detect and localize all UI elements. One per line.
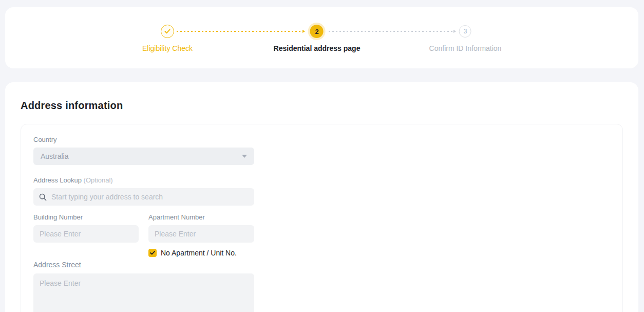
checkbox-checked-icon [148, 249, 157, 257]
address-lookup-field [33, 188, 254, 206]
page-title: Address information [21, 100, 623, 112]
step-label-residential-address: Residential address page [274, 44, 361, 52]
building-number-input[interactable] [33, 225, 139, 243]
step-number-badge: 2 [310, 25, 324, 38]
chevron-down-icon [242, 155, 247, 158]
address-form-panel: Country Australia Address Lookup (Option… [21, 124, 623, 312]
address-lookup-label: Address Lookup (Optional) [33, 176, 610, 184]
step-complete-circle [161, 25, 174, 38]
step-eligibility-check[interactable]: Eligibility Check [142, 23, 193, 52]
country-select[interactable]: Australia [33, 148, 254, 165]
step-number-badge: 3 [459, 25, 471, 38]
optional-tag: (Optional) [84, 176, 113, 184]
building-number-label: Building Number [33, 213, 139, 221]
no-apartment-checkbox-label: No Apartment / Unit No. [161, 249, 237, 257]
step-residential-address[interactable]: 2 Residential address page [274, 23, 361, 52]
stepper: Eligibility Check 2 Residential address … [5, 7, 638, 68]
country-label: Country [33, 136, 610, 143]
apartment-number-input[interactable] [148, 225, 254, 243]
check-icon [164, 29, 171, 34]
search-icon [39, 193, 47, 201]
address-lookup-input[interactable] [51, 193, 249, 201]
apartment-number-label: Apartment Number [148, 213, 254, 221]
address-information-card: Address information Country Australia Ad… [5, 82, 638, 312]
no-apartment-checkbox[interactable]: No Apartment / Unit No. [148, 249, 254, 257]
step-label-confirm-id: Confirm ID Information [429, 44, 502, 52]
address-street-textarea[interactable] [33, 273, 254, 312]
step-label-eligibility-check: Eligibility Check [142, 44, 193, 52]
country-selected-value: Australia [41, 152, 68, 160]
step-confirm-id[interactable]: 3 Confirm ID Information [429, 23, 502, 52]
address-street-label: Address Street [33, 261, 610, 269]
